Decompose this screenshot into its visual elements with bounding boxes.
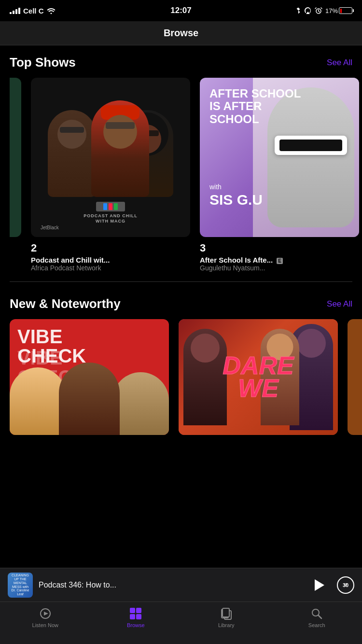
new-noteworthy-title: New & Noteworthy bbox=[10, 296, 121, 311]
vibe-check-card[interactable]: VIBECHECK VIBECHECK bbox=[10, 319, 169, 435]
bluetooth-icon bbox=[295, 7, 301, 14]
new-noteworthy-see-all[interactable]: See All bbox=[327, 299, 352, 309]
browse-icon bbox=[129, 607, 142, 620]
show-card-3[interactable]: AFTER SCHOOLIS AFTERSCHOOL with SIS G.U … bbox=[200, 78, 359, 272]
tab-listen-now-label: Listen Now bbox=[32, 622, 58, 628]
page-title: Browse bbox=[164, 28, 198, 39]
alarm-icon bbox=[315, 7, 322, 14]
top-shows-see-all[interactable]: See All bbox=[327, 58, 352, 68]
mini-player-skip-button[interactable]: 30 ↺ bbox=[337, 576, 354, 594]
mini-player-controls: 30 ↺ bbox=[310, 576, 354, 594]
top-shows-row: 1 bbox=[0, 78, 362, 272]
new-noteworthy-header: New & Noteworthy See All bbox=[0, 296, 362, 311]
tab-search[interactable]: Search bbox=[272, 607, 362, 628]
svg-rect-5 bbox=[130, 614, 135, 619]
after-school-sis-text: SIS G.U bbox=[209, 192, 263, 208]
status-left: Cell C bbox=[10, 7, 56, 15]
main-content: Top Shows See All 1 bbox=[0, 45, 362, 568]
tab-listen-now[interactable]: Listen Now bbox=[0, 607, 91, 628]
nav-header: Browse bbox=[0, 21, 362, 45]
mini-player-play-button[interactable] bbox=[310, 576, 327, 594]
battery-indicator: 17% bbox=[325, 7, 352, 14]
signal-icon bbox=[10, 7, 20, 14]
svg-rect-4 bbox=[136, 608, 141, 613]
status-time: 12:07 bbox=[170, 6, 191, 15]
after-school-artwork: AFTER SCHOOLIS AFTERSCHOOL with SIS G.U bbox=[200, 78, 359, 237]
show-title-3: After School Is Afte... E bbox=[200, 256, 359, 264]
svg-line-11 bbox=[319, 616, 322, 619]
explicit-badge-3: E bbox=[277, 258, 283, 264]
show-card-partial[interactable]: 1 bbox=[10, 78, 21, 272]
svg-rect-6 bbox=[136, 614, 141, 619]
dare-we-artwork: DAREWE bbox=[179, 319, 338, 435]
tab-browse-label: Browse bbox=[127, 622, 145, 628]
podcast-chill-artwork: PODCAST AND CHILLWITH MACG JetBlack bbox=[31, 78, 190, 237]
mini-player-title: Podcast 346: How to... bbox=[39, 581, 304, 589]
show-author-3: Gugulethu Nyatsum... bbox=[200, 264, 359, 272]
top-shows-title: Top Shows bbox=[10, 55, 76, 70]
tab-library[interactable]: Library bbox=[181, 607, 272, 628]
show-title-2: Podcast and Chill wit... bbox=[31, 256, 190, 264]
battery-percent: 17% bbox=[325, 7, 338, 14]
top-shows-header: Top Shows See All bbox=[0, 55, 362, 70]
top-shows-section: Top Shows See All 1 bbox=[0, 45, 362, 277]
tab-browse[interactable]: Browse bbox=[91, 607, 181, 628]
section-divider bbox=[10, 281, 352, 282]
after-school-with-text: with bbox=[209, 183, 263, 191]
show-rank-3: 3 bbox=[200, 242, 359, 254]
new-noteworthy-section: New & Noteworthy See All VIBECHECK VIBEC… bbox=[0, 287, 362, 440]
status-bar: Cell C 12:07 17% bbox=[0, 0, 362, 21]
library-icon bbox=[220, 607, 233, 620]
after-school-header-text: AFTER SCHOOLIS AFTERSCHOOL bbox=[209, 87, 301, 126]
show-card-2[interactable]: PODCAST AND CHILLWITH MACG JetBlack 2 Po… bbox=[31, 78, 190, 272]
airplay-icon bbox=[304, 7, 312, 14]
dare-we-card[interactable]: DAREWE bbox=[179, 319, 338, 435]
tab-search-label: Search bbox=[308, 622, 325, 628]
vibe-check-artwork: VIBECHECK VIBECHECK bbox=[10, 319, 169, 435]
svg-rect-3 bbox=[130, 608, 135, 613]
show-author-2: Africa Podcast Network bbox=[31, 264, 190, 272]
play-icon bbox=[315, 579, 324, 591]
noteworthy-row: VIBECHECK VIBECHECK bbox=[0, 319, 362, 435]
tab-library-label: Library bbox=[218, 622, 235, 628]
carrier-label: Cell C bbox=[23, 7, 44, 15]
mini-player-artwork: CLEANING UP THE MENTAL MESS with Dr. Car… bbox=[8, 573, 33, 598]
mini-player[interactable]: CLEANING UP THE MENTAL MESS with Dr. Car… bbox=[0, 568, 362, 602]
wifi-icon bbox=[47, 7, 56, 14]
svg-marker-2 bbox=[44, 612, 48, 616]
show-rank-2: 2 bbox=[31, 242, 190, 254]
jetblack-label: JetBlack bbox=[41, 225, 59, 230]
status-right: 17% bbox=[295, 7, 352, 14]
vibe-check-text: VIBECHECK bbox=[17, 327, 86, 365]
search-icon bbox=[310, 607, 323, 620]
tab-bar: Listen Now Browse Library bbox=[0, 602, 362, 644]
listen-now-icon bbox=[39, 607, 52, 620]
svg-rect-9 bbox=[223, 608, 229, 617]
noteworthy-card-3-partial[interactable] bbox=[348, 319, 362, 435]
